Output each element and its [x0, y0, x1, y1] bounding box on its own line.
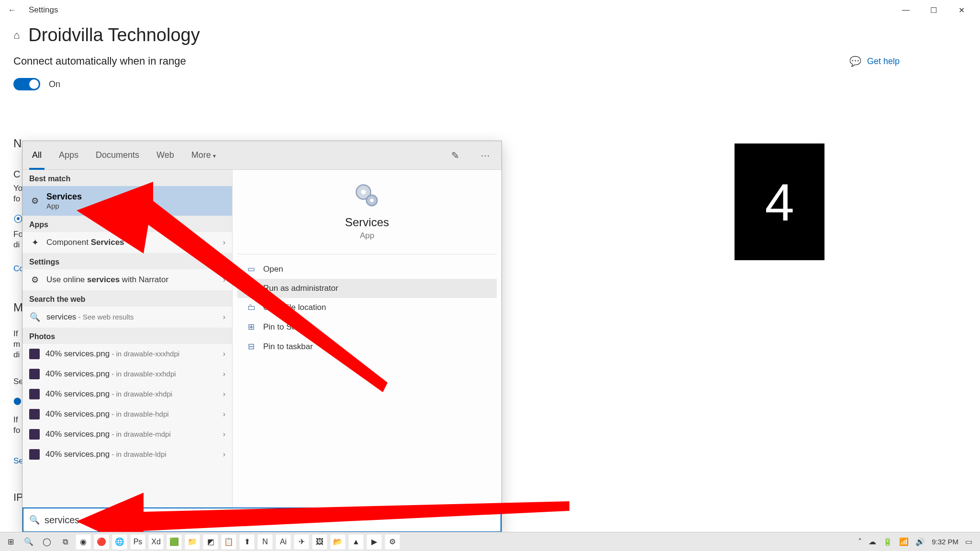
chevron-right-icon: › — [223, 313, 225, 321]
taskbar-app-icon[interactable]: ▶ — [367, 534, 382, 550]
taskbar-search-icon[interactable]: 🔍 — [21, 534, 36, 550]
home-icon[interactable]: ⌂ — [13, 29, 20, 42]
pin-start-icon: ⊞ — [246, 322, 256, 332]
bg-letter: fo — [13, 193, 20, 205]
taskbar-app-icon[interactable]: ◩ — [203, 534, 218, 550]
tray-volume-icon[interactable]: 🔊 — [915, 537, 925, 546]
bg-letter: fo — [13, 424, 20, 437]
result-subtitle: App — [46, 202, 82, 210]
preview-name: Services — [237, 216, 497, 229]
photo-thumb-icon — [29, 349, 40, 359]
chevron-right-icon: › — [223, 450, 225, 459]
result-photo[interactable]: 40% services.png - in drawable-xxxhdpi› — [22, 344, 232, 364]
taskbar-app-icon[interactable]: 📋 — [221, 534, 236, 550]
bg-radio-icon: ⦿ — [13, 213, 23, 225]
taskbar-app-icon[interactable]: 🌐 — [112, 534, 127, 550]
result-component-services[interactable]: ✦ Component Services › — [22, 232, 232, 253]
taskview-icon[interactable]: ⧉ — [57, 534, 73, 550]
close-button[interactable]: ✕ — [947, 0, 975, 20]
app-icon: ✦ — [29, 237, 41, 248]
section-photos: Photos — [22, 328, 232, 344]
result-narrator-setting[interactable]: ⚙ Use online services with Narrator › — [22, 269, 232, 290]
taskbar-app-icon[interactable]: Xd — [148, 534, 164, 550]
action-pin-start[interactable]: ⊞Pin to Start — [237, 317, 497, 337]
toggle-connect-auto[interactable] — [13, 78, 40, 90]
tray-show-hidden-icon[interactable]: ˄ — [858, 537, 862, 546]
taskbar-app-icon[interactable]: 📂 — [330, 534, 345, 550]
taskbar-app-icon[interactable]: ⬆ — [239, 534, 255, 550]
taskbar-app-icon[interactable]: ▲ — [348, 534, 364, 550]
svg-point-1 — [361, 190, 366, 195]
taskbar-app-icon[interactable]: 🟩 — [167, 534, 182, 550]
action-pin-taskbar[interactable]: ⊟Pin to taskbar — [237, 337, 497, 356]
taskbar-app-icon[interactable]: Ai — [276, 534, 291, 550]
tray-battery-icon[interactable]: 🔋 — [883, 537, 892, 546]
feedback-icon[interactable]: ✎ — [446, 150, 464, 161]
result-photo[interactable]: 40% services.png - in drawable-hdpi› — [22, 404, 232, 424]
search-input[interactable] — [45, 515, 495, 526]
photo-thumb-icon — [29, 409, 40, 419]
action-open-file-location[interactable]: 🗀Open file location — [237, 298, 497, 317]
result-text: services - See web results — [46, 312, 217, 322]
bg-letter: N — [13, 137, 22, 150]
cortana-icon[interactable]: ◯ — [39, 534, 55, 550]
taskbar-app-icon[interactable]: Ps — [130, 534, 145, 550]
get-help-link[interactable]: 💬 Get help — [849, 55, 900, 67]
taskbar-app-icon[interactable]: 🔴 — [94, 534, 109, 550]
taskbar: ⊞ 🔍 ◯ ⧉ ◉🔴🌐PsXd🟩📁◩📋⬆NAi✈🖼📂▲▶⚙ ˄ ☁ 🔋 📶 🔊 … — [0, 532, 980, 551]
result-text: 40% services.png - in drawable-xxxhdpi — [45, 349, 217, 359]
result-text: 40% services.png - in drawable-ldpi — [45, 450, 217, 459]
chevron-right-icon: › — [223, 370, 225, 378]
result-photo[interactable]: 40% services.png - in drawable-xhdpi› — [22, 384, 232, 404]
tab-web[interactable]: Web — [154, 142, 177, 169]
chat-icon: 💬 — [849, 55, 861, 67]
photo-thumb-icon — [29, 369, 40, 379]
action-open[interactable]: ▭Open — [237, 259, 497, 279]
bg-letter: C — [13, 168, 20, 180]
search-input-box[interactable]: 🔍 — [22, 507, 501, 532]
action-run-admin[interactable]: 🛡Run as administrator — [237, 279, 497, 298]
toggle-knob — [29, 79, 39, 89]
minimize-button[interactable]: — — [892, 0, 920, 20]
taskbar-app-icon[interactable]: ◉ — [76, 534, 91, 550]
result-photo[interactable]: 40% services.png - in drawable-mdpi› — [22, 424, 232, 444]
tray-cloud-icon[interactable]: ☁ — [869, 537, 876, 546]
tab-apps[interactable]: Apps — [56, 142, 81, 169]
taskbar-app-icon[interactable]: N — [257, 534, 273, 550]
system-tray: ˄ ☁ 🔋 📶 🔊 9:32 PM ▭ — [858, 537, 977, 546]
window-titlebar: ← Settings — ☐ ✕ — [0, 0, 980, 20]
chevron-right-icon: › — [223, 238, 225, 247]
taskbar-app-icon[interactable]: 📁 — [185, 534, 200, 550]
bg-letter: di — [13, 239, 20, 251]
tab-documents[interactable]: Documents — [93, 142, 142, 169]
result-web-search[interactable]: 🔍 services - See web results › — [22, 307, 232, 328]
more-options-icon[interactable]: ⋯ — [476, 150, 495, 161]
tab-more[interactable]: More▾ — [189, 142, 219, 169]
notifications-icon[interactable]: ▭ — [965, 537, 972, 546]
result-photo[interactable]: 40% services.png - in drawable-xxhdpi› — [22, 364, 232, 384]
maximize-button[interactable]: ☐ — [920, 0, 947, 20]
tray-wifi-icon[interactable]: 📶 — [899, 537, 909, 546]
back-button[interactable]: ← — [5, 5, 19, 15]
search-preview-pane: Services App ▭Open 🛡Run as administrator… — [232, 170, 501, 507]
tab-all[interactable]: All — [29, 142, 45, 169]
photo-thumb-icon — [29, 389, 40, 399]
taskbar-clock[interactable]: 9:32 PM — [932, 538, 958, 546]
result-best-services[interactable]: ⚙ Services App — [22, 186, 232, 216]
settings-icon: ⚙ — [29, 274, 41, 286]
search-filter-tabs: All Apps Documents Web More▾ ✎ ⋯ — [22, 141, 501, 170]
result-text: 40% services.png - in drawable-mdpi — [45, 430, 217, 439]
toggle-state-label: On — [49, 79, 60, 89]
photo-thumb-icon — [29, 449, 40, 460]
get-help-text: Get help — [867, 56, 900, 66]
shield-icon: 🛡 — [246, 284, 256, 293]
result-photo[interactable]: 40% services.png - in drawable-ldpi› — [22, 444, 232, 464]
taskbar-app-icon[interactable]: ✈ — [294, 534, 309, 550]
result-text: 40% services.png - in drawable-hdpi — [45, 409, 217, 419]
taskbar-app-icon[interactable]: 🖼 — [312, 534, 327, 550]
section-settings: Settings — [22, 253, 232, 269]
chevron-down-icon: ▾ — [213, 153, 216, 159]
result-title: Services — [46, 192, 82, 202]
start-button[interactable]: ⊞ — [3, 534, 18, 550]
taskbar-app-icon[interactable]: ⚙ — [385, 534, 400, 550]
